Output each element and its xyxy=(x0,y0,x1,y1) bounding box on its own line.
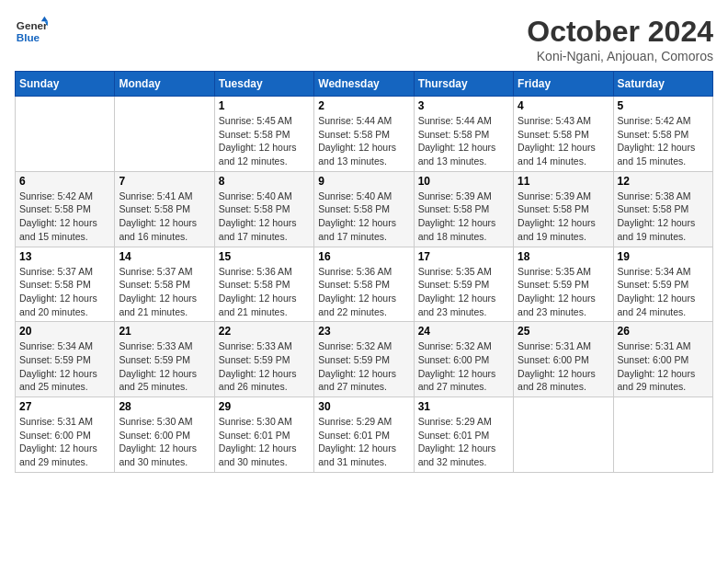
day-cell: 27Sunrise: 5:31 AM Sunset: 6:00 PM Dayli… xyxy=(16,397,115,473)
day-cell: 23Sunrise: 5:32 AM Sunset: 5:59 PM Dayli… xyxy=(314,322,414,397)
day-info: Sunrise: 5:32 AM Sunset: 6:00 PM Dayligh… xyxy=(418,339,509,394)
week-row-3: 20Sunrise: 5:34 AM Sunset: 5:59 PM Dayli… xyxy=(16,322,713,397)
day-cell: 1Sunrise: 5:45 AM Sunset: 5:58 PM Daylig… xyxy=(214,97,313,172)
day-cell: 3Sunrise: 5:44 AM Sunset: 5:58 PM Daylig… xyxy=(414,97,513,172)
header-cell-saturday: Saturday xyxy=(613,72,712,97)
day-cell: 13Sunrise: 5:37 AM Sunset: 5:58 PM Dayli… xyxy=(16,247,115,322)
day-info: Sunrise: 5:29 AM Sunset: 6:01 PM Dayligh… xyxy=(418,415,509,469)
header-row: SundayMondayTuesdayWednesdayThursdayFrid… xyxy=(16,72,713,97)
header-cell-thursday: Thursday xyxy=(414,72,513,97)
day-number: 24 xyxy=(418,325,509,338)
day-info: Sunrise: 5:40 AM Sunset: 5:58 PM Dayligh… xyxy=(219,190,310,244)
day-info: Sunrise: 5:29 AM Sunset: 6:01 PM Dayligh… xyxy=(318,415,409,469)
day-info: Sunrise: 5:44 AM Sunset: 5:58 PM Dayligh… xyxy=(418,114,509,168)
day-number: 15 xyxy=(219,250,310,263)
day-number: 31 xyxy=(418,400,509,413)
day-number: 17 xyxy=(418,250,509,263)
day-number: 27 xyxy=(19,400,110,413)
day-cell: 31Sunrise: 5:29 AM Sunset: 6:01 PM Dayli… xyxy=(414,397,513,473)
header-cell-friday: Friday xyxy=(514,72,613,97)
logo: General Blue xyxy=(15,15,48,48)
day-info: Sunrise: 5:42 AM Sunset: 5:58 PM Dayligh… xyxy=(618,114,709,168)
day-number: 26 xyxy=(618,325,709,338)
day-cell: 20Sunrise: 5:34 AM Sunset: 5:59 PM Dayli… xyxy=(16,322,115,397)
day-number: 2 xyxy=(318,99,409,112)
day-number: 18 xyxy=(518,250,609,263)
week-row-0: 1Sunrise: 5:45 AM Sunset: 5:58 PM Daylig… xyxy=(16,97,713,172)
day-info: Sunrise: 5:43 AM Sunset: 5:58 PM Dayligh… xyxy=(518,114,609,168)
day-number: 3 xyxy=(418,99,509,112)
day-info: Sunrise: 5:32 AM Sunset: 5:59 PM Dayligh… xyxy=(318,339,409,394)
day-info: Sunrise: 5:36 AM Sunset: 5:58 PM Dayligh… xyxy=(318,265,409,319)
day-number: 9 xyxy=(318,175,409,188)
day-number: 21 xyxy=(119,325,210,338)
day-info: Sunrise: 5:33 AM Sunset: 5:59 PM Dayligh… xyxy=(119,339,210,394)
day-info: Sunrise: 5:34 AM Sunset: 5:59 PM Dayligh… xyxy=(19,339,110,394)
day-cell: 14Sunrise: 5:37 AM Sunset: 5:58 PM Dayli… xyxy=(115,247,214,322)
day-info: Sunrise: 5:45 AM Sunset: 5:58 PM Dayligh… xyxy=(219,114,310,168)
day-cell: 8Sunrise: 5:40 AM Sunset: 5:58 PM Daylig… xyxy=(214,171,313,247)
day-cell: 29Sunrise: 5:30 AM Sunset: 6:01 PM Dayli… xyxy=(214,397,313,473)
svg-text:Blue: Blue xyxy=(17,31,40,43)
day-cell: 7Sunrise: 5:41 AM Sunset: 5:58 PM Daylig… xyxy=(115,171,214,247)
week-row-4: 27Sunrise: 5:31 AM Sunset: 6:00 PM Dayli… xyxy=(16,397,713,473)
day-info: Sunrise: 5:41 AM Sunset: 5:58 PM Dayligh… xyxy=(119,190,210,244)
day-cell: 19Sunrise: 5:34 AM Sunset: 5:59 PM Dayli… xyxy=(613,247,712,322)
day-number: 30 xyxy=(318,400,409,413)
day-cell xyxy=(16,97,115,172)
day-info: Sunrise: 5:39 AM Sunset: 5:58 PM Dayligh… xyxy=(518,190,609,244)
day-cell: 6Sunrise: 5:42 AM Sunset: 5:58 PM Daylig… xyxy=(16,171,115,247)
day-number: 8 xyxy=(219,175,310,188)
day-number: 25 xyxy=(518,325,609,338)
day-info: Sunrise: 5:30 AM Sunset: 6:01 PM Dayligh… xyxy=(219,415,310,469)
day-cell xyxy=(613,397,712,473)
logo-icon: General Blue xyxy=(15,15,48,48)
day-info: Sunrise: 5:31 AM Sunset: 6:00 PM Dayligh… xyxy=(518,339,609,394)
day-info: Sunrise: 5:31 AM Sunset: 6:00 PM Dayligh… xyxy=(618,339,709,394)
week-row-2: 13Sunrise: 5:37 AM Sunset: 5:58 PM Dayli… xyxy=(16,247,713,322)
day-number: 12 xyxy=(618,175,709,188)
page-header: General Blue October 2024 Koni-Ngani, An… xyxy=(15,15,713,63)
day-cell: 24Sunrise: 5:32 AM Sunset: 6:00 PM Dayli… xyxy=(414,322,513,397)
header-cell-monday: Monday xyxy=(115,72,214,97)
day-number: 7 xyxy=(119,175,210,188)
day-info: Sunrise: 5:40 AM Sunset: 5:58 PM Dayligh… xyxy=(318,190,409,244)
day-cell: 21Sunrise: 5:33 AM Sunset: 5:59 PM Dayli… xyxy=(115,322,214,397)
day-cell: 2Sunrise: 5:44 AM Sunset: 5:58 PM Daylig… xyxy=(314,97,414,172)
day-number: 10 xyxy=(418,175,509,188)
header-cell-wednesday: Wednesday xyxy=(314,72,414,97)
day-number: 20 xyxy=(19,325,110,338)
day-number: 13 xyxy=(19,250,110,263)
day-cell: 25Sunrise: 5:31 AM Sunset: 6:00 PM Dayli… xyxy=(514,322,613,397)
location-title: Koni-Ngani, Anjouan, Comoros xyxy=(527,49,713,63)
day-number: 23 xyxy=(318,325,409,338)
day-cell: 26Sunrise: 5:31 AM Sunset: 6:00 PM Dayli… xyxy=(613,322,712,397)
day-number: 16 xyxy=(318,250,409,263)
day-number: 28 xyxy=(119,400,210,413)
day-cell xyxy=(115,97,214,172)
header-cell-tuesday: Tuesday xyxy=(214,72,313,97)
day-cell: 10Sunrise: 5:39 AM Sunset: 5:58 PM Dayli… xyxy=(414,171,513,247)
day-cell: 5Sunrise: 5:42 AM Sunset: 5:58 PM Daylig… xyxy=(613,97,712,172)
day-info: Sunrise: 5:31 AM Sunset: 6:00 PM Dayligh… xyxy=(19,415,110,469)
day-cell xyxy=(514,397,613,473)
day-cell: 30Sunrise: 5:29 AM Sunset: 6:01 PM Dayli… xyxy=(314,397,414,473)
day-number: 19 xyxy=(618,250,709,263)
day-cell: 28Sunrise: 5:30 AM Sunset: 6:00 PM Dayli… xyxy=(115,397,214,473)
day-cell: 18Sunrise: 5:35 AM Sunset: 5:59 PM Dayli… xyxy=(514,247,613,322)
day-cell: 4Sunrise: 5:43 AM Sunset: 5:58 PM Daylig… xyxy=(514,97,613,172)
day-number: 29 xyxy=(219,400,310,413)
day-info: Sunrise: 5:42 AM Sunset: 5:58 PM Dayligh… xyxy=(19,190,110,244)
week-row-1: 6Sunrise: 5:42 AM Sunset: 5:58 PM Daylig… xyxy=(16,171,713,247)
day-info: Sunrise: 5:36 AM Sunset: 5:58 PM Dayligh… xyxy=(219,265,310,319)
day-info: Sunrise: 5:30 AM Sunset: 6:00 PM Dayligh… xyxy=(119,415,210,469)
day-number: 6 xyxy=(19,175,110,188)
day-info: Sunrise: 5:37 AM Sunset: 5:58 PM Dayligh… xyxy=(19,265,110,319)
day-number: 22 xyxy=(219,325,310,338)
day-cell: 15Sunrise: 5:36 AM Sunset: 5:58 PM Dayli… xyxy=(214,247,313,322)
calendar-body: 1Sunrise: 5:45 AM Sunset: 5:58 PM Daylig… xyxy=(16,97,713,473)
day-number: 1 xyxy=(219,99,310,112)
day-number: 4 xyxy=(518,99,609,112)
day-cell: 11Sunrise: 5:39 AM Sunset: 5:58 PM Dayli… xyxy=(514,171,613,247)
day-info: Sunrise: 5:37 AM Sunset: 5:58 PM Dayligh… xyxy=(119,265,210,319)
